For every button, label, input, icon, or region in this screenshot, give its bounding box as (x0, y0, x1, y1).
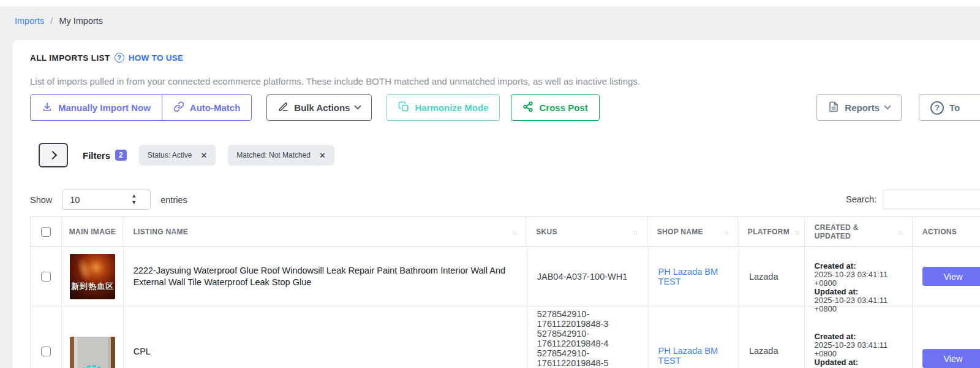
lock-emblem-icon (78, 365, 107, 368)
card-title-row: ALL IMPORTS LIST ? HOW TO USE (30, 53, 183, 63)
link-icon (173, 101, 184, 114)
shop-name-link[interactable]: PH Lazada BM TEST (658, 346, 729, 366)
cross-post-button[interactable]: Cross Post (511, 94, 599, 121)
platform-value: Lazada (749, 272, 778, 282)
imports-table: MAIN IMAGE LISTING NAME↑↓ SKUS↑↓ SHOP NA… (30, 217, 980, 368)
page-description: List of imports pulled in from your conn… (30, 76, 640, 86)
sort-icon[interactable]: ↑↓ (507, 228, 516, 236)
search-label: Search: (846, 194, 876, 204)
share-icon (522, 101, 533, 114)
chevron-down-icon (884, 102, 891, 109)
select-all-checkbox[interactable] (41, 227, 51, 237)
listing-name: CPL (134, 346, 151, 358)
chevron-down-icon (355, 102, 361, 109)
close-icon[interactable]: ✕ (200, 151, 207, 160)
created-updated-cell: Created at: 2025-10-23 03:41:11 +0800 Up… (815, 332, 902, 368)
select-all-cell (30, 217, 62, 246)
sku-value: JAB04-A037-100-WH1 (537, 272, 638, 282)
product-image[interactable]: 新到热血区 (70, 254, 115, 299)
header-actions: ACTIONS (913, 217, 980, 246)
show-label: Show (30, 195, 52, 205)
sku-list: 5278542910-1761122019848-3 5278542910-17… (537, 309, 638, 368)
sort-icon[interactable]: ↑↓ (790, 228, 799, 236)
filter-chip-matched: Matched: Not Matched ✕ (228, 145, 334, 166)
imports-card: ALL IMPORTS LIST ? HOW TO USE List of im… (12, 40, 980, 368)
top-bar (0, 0, 980, 7)
entries-label: entries (160, 195, 187, 205)
sku-value: 5278542910-1761122019848-5 (537, 348, 609, 368)
search-input[interactable] (883, 190, 980, 209)
header-main-image[interactable]: MAIN IMAGE (62, 217, 123, 246)
list-controls: Show 10 ▲▼ entries Search: (30, 190, 980, 210)
reports-button[interactable]: Reports (816, 94, 902, 121)
close-icon[interactable]: ✕ (319, 151, 326, 160)
bulk-actions-button[interactable]: Bulk Actions (266, 94, 372, 121)
how-to-use-link[interactable]: HOW TO USE (129, 53, 184, 63)
toolbar: Manually Import Now Auto-Match Bulk Acti… (30, 94, 980, 121)
page-size-select[interactable]: 10 ▲▼ (62, 190, 151, 210)
tour-help-button[interactable]: ? To (919, 94, 980, 121)
row-checkbox[interactable] (41, 347, 51, 356)
listing-name: 2222-Jaysuing Waterproof Glue Roof Windo… (134, 265, 517, 288)
table-row: CPL 5278542910-1761122019848-3 527854291… (30, 307, 980, 368)
copy-icon (398, 101, 409, 114)
manually-import-button[interactable]: Manually Import Now (30, 94, 162, 121)
filters-label: Filters (83, 150, 110, 161)
header-platform[interactable]: PLATFORM↑↓ (738, 217, 805, 246)
sort-icon[interactable]: ↑↓ (628, 228, 637, 236)
breadcrumb: Imports / My Imports (15, 16, 103, 26)
breadcrumb-link-imports[interactable]: Imports (15, 16, 44, 26)
view-button[interactable]: View (922, 267, 980, 286)
sort-icon[interactable]: ↑↓ (893, 228, 902, 236)
filters-count-badge: 2 (115, 150, 127, 161)
sort-icon[interactable]: ↑↓ (718, 228, 728, 236)
product-image[interactable] (70, 337, 115, 368)
auto-match-button[interactable]: Auto-Match (162, 94, 252, 121)
document-icon (828, 101, 839, 114)
download-icon (42, 101, 53, 114)
platform-value: Lazada (749, 346, 778, 356)
pencil-icon (278, 102, 288, 114)
breadcrumb-current: My Imports (59, 16, 103, 26)
sku-value: 5278542910-1761122019848-3 (537, 309, 609, 329)
shop-name-link[interactable]: PH Lazada BM TEST (658, 267, 729, 286)
created-updated-cell: Created at: 2025-10-23 03:41:11 +0800 Up… (815, 262, 902, 313)
filters-expand-button[interactable] (39, 143, 68, 167)
page-title: ALL IMPORTS LIST (30, 53, 110, 63)
filters-row: Filters 2 Status: Active ✕ Matched: Not … (39, 143, 334, 167)
harmonize-mode-button[interactable]: Harmonize Mode (386, 94, 500, 121)
header-shop-name[interactable]: SHOP NAME↑↓ (647, 217, 738, 246)
header-listing-name[interactable]: LISTING NAME↑↓ (123, 217, 526, 246)
sku-value: 5278542910-1761122019848-4 (537, 329, 609, 348)
table-header-row: MAIN IMAGE LISTING NAME↑↓ SKUS↑↓ SHOP NA… (30, 217, 980, 247)
search-control: Search: (846, 190, 980, 209)
filter-chip-status: Status: Active ✕ (139, 145, 216, 166)
view-button[interactable]: View (922, 349, 980, 368)
row-checkbox[interactable] (41, 272, 51, 282)
table-row: 新到热血区 2222-Jaysuing Waterproof Glue Roof… (30, 247, 980, 307)
breadcrumb-separator: / (50, 16, 53, 26)
chevron-right-icon (48, 151, 56, 159)
question-circle-icon: ? (930, 101, 944, 115)
header-skus[interactable]: SKUS↑↓ (526, 217, 647, 246)
page-size-control: Show 10 ▲▼ entries (30, 190, 187, 210)
question-circle-icon: ? (115, 53, 124, 63)
select-arrows-icon: ▲▼ (131, 193, 137, 206)
header-created-updated[interactable]: CREATED & UPDATED↑↓ (805, 217, 913, 246)
